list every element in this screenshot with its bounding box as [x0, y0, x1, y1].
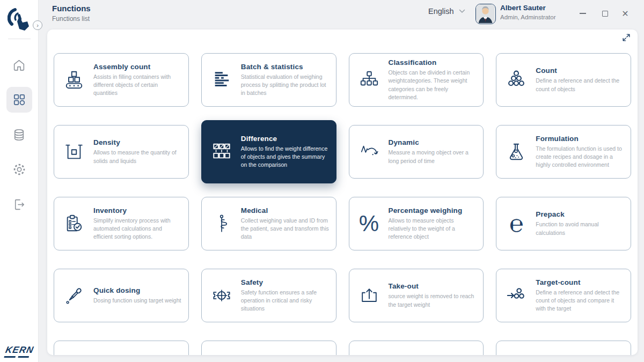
sidebar-item-functions[interactable] — [6, 87, 32, 113]
function-card-formulation[interactable]: FormulationThe formulation function is u… — [496, 125, 631, 179]
panel-expand-button[interactable] — [621, 33, 632, 43]
function-card-partial-1[interactable] — [54, 341, 189, 355]
card-description: Define a reference and detect the count … — [536, 289, 624, 313]
language-selector[interactable]: English — [428, 7, 465, 16]
page-subtitle: Functions list — [52, 15, 90, 23]
formulation-icon — [504, 142, 529, 162]
card-title: Count — [536, 67, 624, 75]
card-description: Dosing function using target weight — [93, 297, 181, 305]
card-description: Collect weighing value and ID from the p… — [241, 217, 330, 241]
card-title: Prepack — [536, 210, 624, 218]
window-maximize-button[interactable] — [599, 8, 611, 19]
sidebar-item-settings[interactable] — [6, 157, 32, 182]
card-description: Assists in filling containers with diffe… — [93, 73, 182, 98]
kern-brand-text: KERN — [4, 345, 34, 355]
function-card-assembly-count[interactable]: Assembly countAssists in filling contain… — [54, 53, 189, 107]
card-description: Allows to measure the quantity of solids… — [93, 149, 182, 165]
card-title: Take-out — [389, 282, 477, 290]
apps-grid-icon — [12, 93, 26, 107]
function-card-target-count[interactable]: Target-countDefine a reference and detec… — [496, 269, 631, 322]
batch-statistics-icon — [209, 70, 234, 90]
sidebar-divider — [8, 39, 31, 39]
safety-icon — [209, 285, 234, 306]
chevron-down-icon — [459, 9, 465, 13]
card-description: Function to avoid manual calculations — [536, 220, 624, 237]
sidebar-expand-button[interactable]: › — [33, 20, 42, 30]
card-title: Target-count — [536, 278, 624, 286]
settings-gear-icon — [12, 162, 26, 176]
prepack-icon: ℮ — [504, 212, 529, 235]
page-title: Functions — [52, 4, 91, 13]
function-card-inventory[interactable]: InventorySimplify inventory process with… — [54, 197, 189, 250]
function-card-partial-2[interactable] — [201, 341, 336, 355]
inventory-icon — [62, 213, 86, 234]
card-title: Percentage weighing — [389, 206, 477, 215]
card-title: Quick dosing — [93, 286, 181, 294]
target-count-icon — [504, 285, 529, 306]
logout-icon — [12, 198, 26, 211]
database-icon — [12, 128, 26, 142]
percentage-glyph: % — [359, 212, 379, 235]
functions-grid: Assembly countAssists in filling contain… — [54, 53, 631, 355]
function-card-batch-statistics[interactable]: Batch & statisticsStatistical evaluation… — [201, 53, 336, 107]
sidebar-item-logout[interactable] — [6, 191, 32, 217]
user-role: Admin, Adminstrator — [500, 14, 556, 20]
function-card-dynamic[interactable]: DynamicMeasure a moving object over a lo… — [349, 125, 484, 179]
function-card-take-out[interactable]: Take-outsource weight is removed to reac… — [349, 269, 484, 322]
language-value: English — [428, 7, 454, 16]
function-card-prepack[interactable]: ℮ PrepackFunction to avoid manual calcul… — [496, 197, 631, 250]
medical-icon — [209, 213, 234, 234]
window-close-button[interactable]: ✕ — [619, 8, 631, 19]
card-title: Safety — [241, 278, 330, 286]
percentage-icon: % — [357, 212, 382, 235]
expand-icon — [621, 33, 632, 42]
card-title: Formulation — [536, 135, 624, 143]
close-icon: ✕ — [621, 9, 628, 19]
function-card-percentage-weighing[interactable]: % Percentage weighingAllows to measure o… — [349, 197, 484, 250]
quick-dosing-icon — [62, 285, 86, 306]
minimize-icon — [580, 13, 586, 14]
sidebar-item-database[interactable] — [6, 122, 32, 147]
function-card-density[interactable]: DensityAllows to measure the quantity of… — [54, 125, 189, 179]
kern-brand-underline — [4, 356, 33, 358]
density-icon — [62, 142, 86, 162]
sidebar-item-home[interactable] — [6, 52, 32, 78]
card-description: Safety function ensures a safe operation… — [241, 289, 330, 313]
user-avatar[interactable] — [475, 4, 496, 24]
card-title: Density — [93, 138, 182, 146]
card-description: Allows to measure objects relatively to … — [389, 217, 477, 241]
card-title: Medical — [241, 206, 330, 215]
home-icon — [12, 58, 26, 72]
card-description: Define a reference and detect the count … — [536, 77, 624, 93]
card-description: Objects can be divided in certain weight… — [389, 69, 477, 101]
card-title: Batch & statistics — [241, 63, 330, 71]
card-title: Dynamic — [389, 138, 477, 146]
user-name: Albert Sauter — [500, 4, 546, 12]
function-card-difference[interactable]: DifferenceAllows to find the weight diff… — [201, 120, 336, 183]
count-icon — [504, 70, 529, 90]
card-description: Allows to find the weight difference of … — [241, 145, 330, 169]
card-description: The formulation function is used to crea… — [536, 145, 624, 169]
card-title: Inventory — [93, 206, 182, 215]
function-card-medical[interactable]: MedicalCollect weighing value and ID fro… — [201, 197, 336, 250]
kern-touch-logo — [8, 2, 31, 35]
take-out-icon — [357, 285, 382, 306]
function-card-partial-3[interactable] — [349, 341, 484, 355]
maximize-icon — [602, 11, 608, 17]
card-description: Statistical evaluation of weighing proce… — [241, 73, 330, 98]
classification-icon — [357, 70, 382, 90]
function-card-count[interactable]: CountDefine a reference and detect the c… — [496, 53, 631, 107]
function-card-classification[interactable]: ClassificationObjects can be divided in … — [349, 53, 484, 107]
function-card-safety[interactable]: SafetySafety function ensures a safe ope… — [201, 269, 336, 322]
window-minimize-button[interactable] — [577, 8, 589, 19]
function-card-quick-dosing[interactable]: Quick dosingDosing function using target… — [54, 269, 189, 322]
dynamic-icon — [357, 142, 382, 162]
assembly-count-icon — [62, 70, 86, 90]
card-description: Measure a moving object over a long peri… — [389, 149, 477, 165]
function-card-partial-4[interactable] — [496, 341, 631, 355]
card-title: Classification — [389, 58, 477, 67]
functions-panel: Assembly countAssists in filling contain… — [47, 29, 638, 355]
kern-brand-logo: KERN — [4, 345, 35, 358]
estimated-sign-glyph: ℮ — [509, 212, 523, 235]
card-description: Simplify inventory process with automate… — [93, 217, 182, 241]
